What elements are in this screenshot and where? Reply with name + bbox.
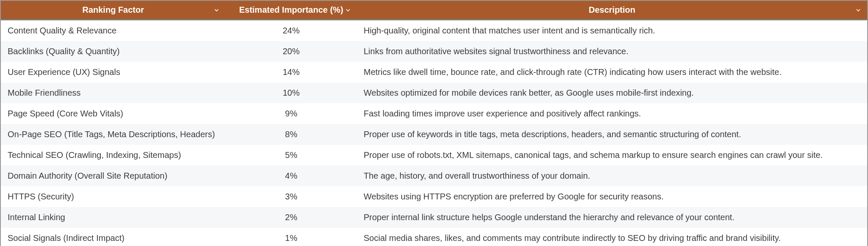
cell-description: Fast loading times improve user experien… <box>357 103 867 124</box>
cell-factor: On-Page SEO (Title Tags, Meta Descriptio… <box>1 124 225 145</box>
ranking-factors-table-container: Ranking Factor Estimated Importance (%) … <box>0 0 868 246</box>
cell-factor: Technical SEO (Crawling, Indexing, Sitem… <box>1 145 225 166</box>
table-row: Backlinks (Quality & Quantity)20%Links f… <box>1 41 867 62</box>
table-row: Domain Authority (Overall Site Reputatio… <box>1 166 867 186</box>
table-row: Social Signals (Indirect Impact)1%Social… <box>1 228 867 246</box>
table-header: Ranking Factor Estimated Importance (%) … <box>1 1 867 20</box>
cell-description: Social media shares, likes, and comments… <box>357 228 867 246</box>
cell-importance: 8% <box>225 124 357 145</box>
cell-description: Websites optimized for mobile devices ra… <box>357 83 867 103</box>
cell-factor: Mobile Friendliness <box>1 83 225 103</box>
table-row: Page Speed (Core Web Vitals)9%Fast loadi… <box>1 103 867 124</box>
table-row: User Experience (UX) Signals14%Metrics l… <box>1 62 867 83</box>
cell-importance: 1% <box>225 228 357 246</box>
cell-factor: Content Quality & Relevance <box>1 20 225 41</box>
header-label-importance: Estimated Importance (%) <box>239 5 343 14</box>
cell-importance: 24% <box>225 20 357 41</box>
table-row: HTTPS (Security)3%Websites using HTTPS e… <box>1 186 867 207</box>
cell-factor: HTTPS (Security) <box>1 186 225 207</box>
chevron-down-icon[interactable] <box>344 6 352 14</box>
table-row: Mobile Friendliness10%Websites optimized… <box>1 83 867 103</box>
table-row: Internal Linking2%Proper internal link s… <box>1 207 867 228</box>
table-body: Content Quality & Relevance24%High-quali… <box>1 20 867 246</box>
chevron-down-icon[interactable] <box>854 6 862 14</box>
cell-importance: 9% <box>225 103 357 124</box>
header-label-factor: Ranking Factor <box>82 5 144 14</box>
cell-factor: Social Signals (Indirect Impact) <box>1 228 225 246</box>
cell-factor: Domain Authority (Overall Site Reputatio… <box>1 166 225 186</box>
header-importance[interactable]: Estimated Importance (%) <box>225 1 357 20</box>
cell-description: Proper use of robots.txt, XML sitemaps, … <box>357 145 867 166</box>
cell-description: Proper use of keywords in title tags, me… <box>357 124 867 145</box>
cell-importance: 3% <box>225 186 357 207</box>
cell-importance: 10% <box>225 83 357 103</box>
header-label-description: Description <box>589 5 635 14</box>
cell-description: Links from authoritative websites signal… <box>357 41 867 62</box>
cell-description: Metrics like dwell time, bounce rate, an… <box>357 62 867 83</box>
chevron-down-icon[interactable] <box>213 6 220 14</box>
cell-importance: 2% <box>225 207 357 228</box>
cell-importance: 5% <box>225 145 357 166</box>
cell-factor: Internal Linking <box>1 207 225 228</box>
cell-importance: 20% <box>225 41 357 62</box>
header-description[interactable]: Description <box>357 1 867 20</box>
header-ranking-factor[interactable]: Ranking Factor <box>1 1 225 20</box>
table-row: Content Quality & Relevance24%High-quali… <box>1 20 867 41</box>
cell-importance: 4% <box>225 166 357 186</box>
ranking-factors-table: Ranking Factor Estimated Importance (%) … <box>1 1 867 246</box>
table-row: Technical SEO (Crawling, Indexing, Sitem… <box>1 145 867 166</box>
cell-factor: User Experience (UX) Signals <box>1 62 225 83</box>
cell-factor: Backlinks (Quality & Quantity) <box>1 41 225 62</box>
cell-importance: 14% <box>225 62 357 83</box>
cell-description: Proper internal link structure helps Goo… <box>357 207 867 228</box>
cell-description: The age, history, and overall trustworth… <box>357 166 867 186</box>
cell-description: High-quality, original content that matc… <box>357 20 867 41</box>
cell-description: Websites using HTTPS encryption are pref… <box>357 186 867 207</box>
cell-factor: Page Speed (Core Web Vitals) <box>1 103 225 124</box>
table-row: On-Page SEO (Title Tags, Meta Descriptio… <box>1 124 867 145</box>
